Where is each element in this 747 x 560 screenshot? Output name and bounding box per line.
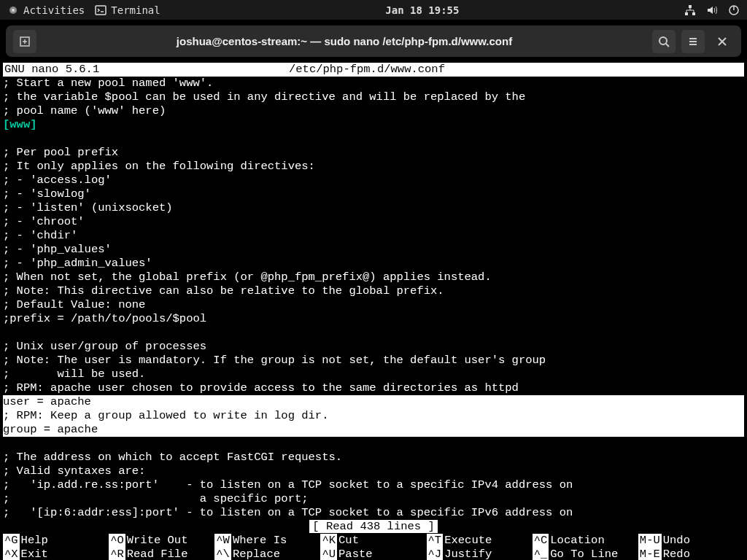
editor-line: ; - 'chdir' [3, 229, 744, 243]
shortcut-key: ^O [109, 534, 125, 548]
shortcut-label: Undo [663, 534, 690, 548]
terminal-app-button[interactable]: Terminal [95, 4, 160, 16]
editor-line: ; - 'access.log' [3, 174, 744, 187]
editor-line: ; Note: This directive can also be relat… [3, 284, 744, 298]
shortcut-key: ^U [320, 548, 337, 560]
editor-line [3, 437, 744, 451]
editor-line: ; Start a new pool named 'www'. [3, 77, 744, 90]
shortcut-key: ^T [427, 534, 444, 548]
search-button[interactable] [652, 30, 676, 53]
gnome-topbar: Activities Terminal Jan 18 19:55 [0, 0, 747, 20]
editor-line: ; - 'slowlog' [3, 187, 744, 201]
close-button[interactable] [711, 30, 734, 53]
shortcut-key: ^J [427, 548, 444, 560]
editor-line: group = apache [3, 423, 744, 437]
shortcut-item: ^K Cut [320, 534, 426, 548]
shortcut-key: ^G [3, 534, 20, 548]
editor-line: ; Per pool prefix [3, 146, 744, 160]
editor-line: ; It only applies on the following direc… [3, 160, 744, 174]
editor-line: ; Default Value: none [3, 298, 744, 312]
shortcut-label: Read File [127, 548, 188, 560]
editor-content-c: ; The address on which to accept FastCGI… [3, 437, 744, 520]
editor-line: ; '[ip:6:addr:ess]:port' - to listen on … [3, 506, 744, 520]
shortcut-key: ^X [3, 548, 20, 560]
pool-section-header: [www] [3, 118, 744, 132]
shortcut-label: Execute [444, 534, 492, 548]
new-tab-button[interactable] [13, 30, 36, 53]
svg-line-12 [666, 44, 669, 47]
clock[interactable]: Jan 18 19:55 [385, 4, 459, 16]
nano-status: [ Read 438 lines ] [3, 520, 744, 534]
svg-rect-3 [689, 5, 692, 8]
terminal-app-label: Terminal [111, 4, 160, 16]
shortcut-item: ^G Help [3, 534, 109, 548]
activities-icon [7, 4, 19, 16]
shortcut-label: Cut [338, 534, 359, 548]
editor-line: ; When not set, the global prefix (or @p… [3, 271, 744, 284]
shortcut-label: Location [550, 534, 604, 548]
volume-status[interactable] [706, 4, 718, 16]
shortcut-item: ^\ Replace [214, 548, 320, 560]
shortcut-label: Exit [21, 548, 48, 560]
terminal-icon [95, 4, 107, 16]
shortcut-key: ^W [214, 534, 231, 548]
svg-rect-2 [96, 6, 106, 15]
shortcut-key: ^_ [533, 548, 549, 560]
editor-line: ; the variable $pool can be used in any … [3, 90, 744, 104]
editor-line: ; Unix user/group of processes [3, 340, 744, 354]
svg-point-1 [12, 9, 15, 12]
shortcut-item: M-U Undo [638, 534, 744, 548]
hamburger-icon [687, 36, 699, 47]
editor-line [3, 326, 744, 340]
editor-line: ; - 'listen' (unixsocket) [3, 201, 744, 215]
svg-point-11 [659, 37, 667, 44]
volume-icon [706, 4, 718, 16]
editor-line: ; Note: The user is mandatory. If the gr… [3, 354, 744, 368]
terminal-headerbar: joshua@centos-stream:~ — sudo nano /etc/… [6, 26, 741, 57]
new-tab-icon [19, 36, 31, 47]
menu-button[interactable] [681, 30, 705, 53]
activities-button[interactable]: Activities [7, 4, 85, 16]
editor-line: ; will be used. [3, 368, 744, 381]
svg-rect-5 [692, 12, 695, 15]
search-icon [658, 36, 670, 47]
power-status[interactable] [728, 4, 740, 16]
window-title: joshua@centos-stream:~ — sudo nano /etc/… [42, 35, 646, 47]
shortcut-key: ^K [320, 534, 337, 548]
editor-line: ; a specific port; [3, 492, 744, 506]
editor-content-b: ; Per pool prefix; It only applies on th… [3, 132, 744, 395]
shortcut-label: Help [21, 534, 48, 548]
shortcut-label: Redo [663, 548, 690, 560]
shortcut-label: Paste [338, 548, 373, 560]
shortcut-item: ^R Read File [109, 548, 214, 560]
network-icon [684, 4, 696, 16]
network-status[interactable] [684, 4, 696, 16]
shortcut-item: ^J Justify [427, 548, 533, 560]
shortcut-label: Where Is [233, 534, 287, 548]
shortcut-item: ^O Write Out [109, 534, 214, 548]
highlighted-selection: user = apache; RPM: Keep a group allowed… [3, 395, 744, 437]
editor-line [3, 132, 744, 146]
editor-line: ;prefix = /path/to/pools/$pool [3, 312, 744, 326]
nano-editor[interactable]: GNU nano 5.6.1 /etc/php-fpm.d/www.conf ;… [0, 63, 747, 560]
editor-line: ; The address on which to accept FastCGI… [3, 451, 744, 464]
shortcut-label: Write Out [127, 534, 188, 548]
shortcut-label: Go To Line [550, 548, 618, 560]
shortcut-key: ^R [109, 548, 125, 560]
shortcut-key: ^\ [214, 548, 231, 560]
editor-line: ; 'ip.add.re.ss:port' - to listen on a T… [3, 478, 744, 492]
shortcut-item: M-E Redo [638, 548, 744, 560]
editor-line: user = apache [3, 395, 744, 409]
activities-label: Activities [23, 4, 85, 16]
nano-titlebar: GNU nano 5.6.1 /etc/php-fpm.d/www.conf [3, 63, 744, 77]
close-icon [717, 36, 727, 47]
nano-app-version: GNU nano 5.6.1 [4, 63, 289, 77]
shortcut-item: ^C Location [533, 534, 638, 548]
shortcut-item: ^U Paste [320, 548, 426, 560]
shortcut-label: Replace [233, 548, 280, 560]
nano-filename: /etc/php-fpm.d/www.conf [289, 63, 743, 77]
editor-line: ; - 'php_admin_values' [3, 257, 744, 271]
editor-line: ; - 'chroot' [3, 215, 744, 229]
editor-line: ; RPM: apache user chosen to provide acc… [3, 381, 744, 395]
shortcut-key: M-U [638, 534, 662, 548]
